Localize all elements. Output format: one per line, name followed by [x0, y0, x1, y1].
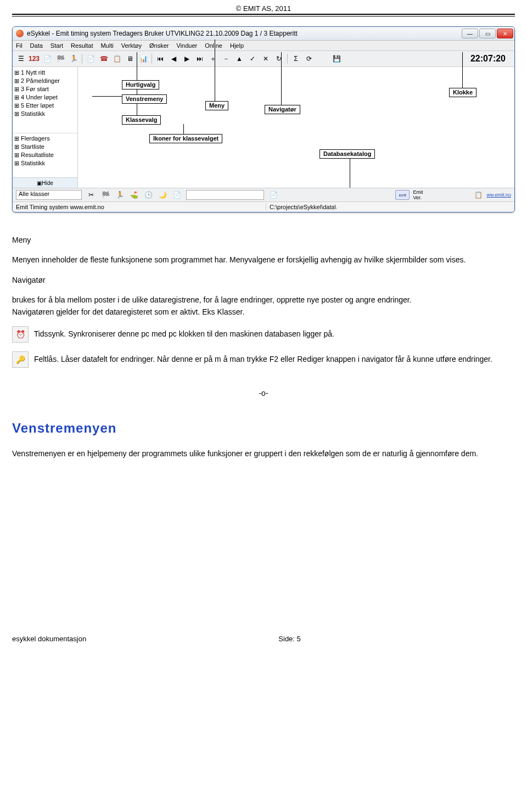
- callout-line: [281, 52, 282, 105]
- menu-online[interactable]: Online: [205, 42, 222, 49]
- phone-icon[interactable]: ☎: [99, 54, 109, 64]
- bottom-icon[interactable]: 📄: [172, 190, 182, 200]
- nav-item[interactable]: ⊞ Statistikk: [14, 110, 77, 118]
- bottom-icon[interactable]: ✂: [86, 190, 96, 200]
- menu-onsker[interactable]: Ønsker: [149, 42, 169, 49]
- nav-item[interactable]: ⊞ 1 Nytt ritt: [14, 69, 77, 77]
- menu-verktoy[interactable]: Verktøy: [121, 42, 142, 49]
- footer-page: Side: 5: [278, 635, 300, 643]
- nav-prev-icon[interactable]: ◀: [169, 54, 178, 64]
- nav-item[interactable]: ⊞ 3 Før start: [14, 85, 77, 93]
- maximize-button[interactable]: ▭: [479, 29, 496, 38]
- toolbar-icon[interactable]: 123: [29, 54, 39, 64]
- app-window: eSykkel - Emit timing system Tredagers B…: [12, 26, 515, 212]
- menu-vinduer[interactable]: Vinduer: [176, 42, 197, 49]
- status-bar: Emit Timing system www.emit.no C:\projec…: [13, 201, 514, 212]
- sigma-icon[interactable]: Σ: [291, 54, 301, 64]
- app-icon: [16, 30, 24, 37]
- nav-del-icon[interactable]: －: [221, 54, 231, 64]
- nav-first-icon[interactable]: ⏮: [155, 54, 165, 64]
- footer-left: esykkel dokumentasjon: [12, 635, 86, 643]
- bottom-icon[interactable]: 🌙: [158, 190, 167, 200]
- toolbar-icon[interactable]: 🏁: [55, 54, 65, 64]
- window-title: eSykkel - Emit timing system Tredagers B…: [27, 30, 462, 37]
- toolbar-icon[interactable]: 📄: [86, 54, 96, 64]
- emit-link[interactable]: ww.emit.no: [486, 192, 511, 198]
- window-buttons: — ▭ ✕: [462, 29, 513, 38]
- bottom-icon[interactable]: 📋: [473, 190, 483, 200]
- section-text: brukes for å bla mellom poster i de ulik…: [12, 294, 515, 305]
- callout-line: [137, 103, 137, 115]
- callout-venstremeny: Venstremeny: [122, 94, 167, 104]
- callout-klassevalg: Klassevalg: [122, 115, 161, 125]
- callout-meny: Meny: [205, 101, 228, 110]
- nav-item[interactable]: ⊞ Resultatliste: [14, 151, 77, 159]
- callout-line: [183, 124, 184, 134]
- nav-add-icon[interactable]: ＋: [208, 54, 218, 64]
- nav-cancel-icon[interactable]: ✕: [261, 54, 271, 64]
- bottom-icon[interactable]: ⛳: [129, 190, 139, 200]
- toolbar-icon[interactable]: ☰: [16, 54, 26, 64]
- nav-last-icon[interactable]: ⏭: [195, 54, 205, 64]
- menu-start[interactable]: Start: [51, 42, 63, 49]
- header-rule-1: [12, 14, 515, 15]
- feltlaas-paragraph: 🔑 Feltlås. Låser datafelt for endringer.…: [12, 351, 515, 368]
- toolbar-icon[interactable]: ⟳: [304, 54, 314, 64]
- toolbar-separator: [152, 54, 152, 64]
- section-text: Menyen inneholder de fleste funksjonene …: [12, 254, 515, 265]
- section-text: Venstremenyen er en hjelpemeny der progr…: [12, 448, 515, 459]
- hide-button[interactable]: ▣ Hide: [13, 177, 77, 188]
- close-button[interactable]: ✕: [497, 29, 513, 38]
- section-heading-navigator: Navigatør: [12, 275, 515, 285]
- person-icon[interactable]: 🏃: [69, 54, 79, 64]
- nav-item[interactable]: ⊞ 5 Etter løpet: [14, 102, 77, 110]
- bottom-icon[interactable]: 🕒: [143, 190, 153, 200]
- nav-edit-icon[interactable]: ▲: [234, 54, 244, 64]
- nav-item[interactable]: ⊞ Startliste: [14, 143, 77, 151]
- save-icon[interactable]: 💾: [332, 54, 341, 64]
- nav-item[interactable]: ⊞ 4 Under løpet: [14, 93, 77, 102]
- clock: 22:07:20: [470, 54, 511, 64]
- heading-venstremenyen: Venstremenyen: [12, 419, 515, 438]
- class-selector[interactable]: Alle klasser: [16, 190, 82, 200]
- ver-label: Ver.: [413, 195, 423, 200]
- left-nav-pane: ⊞ 1 Nytt ritt ⊞ 2 Påmeldinger ⊞ 3 Før st…: [13, 67, 78, 188]
- page-header: © EMIT AS, 2011: [12, 3, 515, 13]
- header-rule-2: [12, 16, 515, 16]
- section-text: Navigatøren gjelder for det dataregister…: [12, 306, 515, 317]
- tidssynk-icon: ⏰: [12, 326, 29, 343]
- bottom-input[interactable]: [186, 190, 264, 200]
- bottom-icon[interactable]: 📄: [268, 190, 278, 200]
- menu-multi[interactable]: Multi: [100, 42, 113, 49]
- section-heading-meny: Meny: [12, 234, 515, 245]
- callout-line: [350, 158, 350, 188]
- status-left: Emit Timing system www.emit.no: [16, 204, 104, 210]
- toolbar-icon[interactable]: 📊: [138, 54, 148, 64]
- bottom-icon[interactable]: 🏃: [115, 190, 125, 200]
- toolbar: ☰ 123 📄 🏁 🏃 📄 ☎ 📋 🖥 📊 ⏮ ◀ ▶ ⏭ ＋ － ▲ ✓ ✕ …: [13, 51, 514, 67]
- toolbar-icon[interactable]: 🖥: [125, 54, 135, 64]
- callout-klokke: Klokke: [449, 88, 476, 97]
- nav-refresh-icon[interactable]: ↻: [274, 54, 284, 64]
- bottom-toolbar: Alle klasser ✂ 🏁 🏃 ⛳ 🕒 🌙 📄 📄 emit Emit V…: [13, 188, 514, 201]
- callout-line: [215, 40, 215, 101]
- toolbar-icon[interactable]: 📋: [112, 54, 122, 64]
- nav-next-icon[interactable]: ▶: [182, 54, 192, 64]
- nav-item[interactable]: ⊞ Statistikk: [14, 159, 77, 167]
- toolbar-separator: [287, 54, 288, 64]
- nav-check-icon[interactable]: ✓: [248, 54, 257, 64]
- callout-ikoner: Ikoner for klassevalget: [149, 134, 222, 143]
- status-path: C:\projects\eSykkel\data\: [266, 204, 423, 210]
- nav-item[interactable]: ⊞ 2 Påmeldinger: [14, 77, 77, 85]
- feltlaas-icon: 🔑: [12, 351, 29, 368]
- menu-hjelp[interactable]: Hjelp: [230, 42, 244, 49]
- callout-databasekatalog: Databasekatalog: [319, 149, 375, 159]
- center-pane: Hurtigvalg Venstremeny Meny Navigatør Kl…: [78, 67, 514, 188]
- menu-data[interactable]: Data: [30, 42, 43, 49]
- menu-resultat[interactable]: Resultat: [71, 42, 93, 49]
- bottom-icon[interactable]: 🏁: [100, 190, 110, 200]
- toolbar-icon[interactable]: 📄: [42, 54, 52, 64]
- menu-fil[interactable]: Fil: [16, 42, 23, 49]
- minimize-button[interactable]: —: [462, 29, 478, 38]
- nav-item[interactable]: ⊞ Flerdagers: [14, 135, 77, 143]
